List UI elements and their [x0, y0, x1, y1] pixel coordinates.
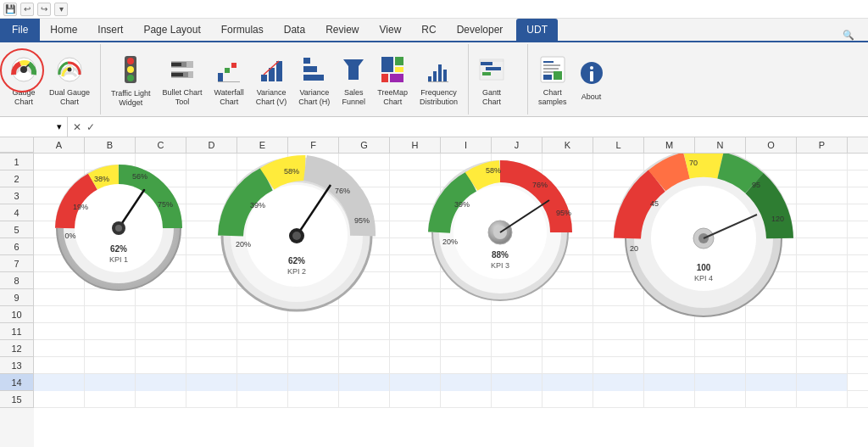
- cell-C7[interactable]: [136, 255, 186, 272]
- cell-P14[interactable]: [797, 374, 848, 391]
- traffic-light-button[interactable]: Traffic LightWidget: [106, 53, 156, 110]
- cell-B8[interactable]: [85, 272, 136, 289]
- cell-G9[interactable]: [339, 289, 390, 306]
- cell-H13[interactable]: [390, 357, 441, 374]
- cell-O4[interactable]: [746, 204, 797, 221]
- cell-H3[interactable]: [390, 187, 441, 204]
- cell-J4[interactable]: [492, 204, 542, 221]
- cell-C8[interactable]: [136, 272, 186, 289]
- cell-J12[interactable]: [492, 340, 542, 357]
- tab-formulas[interactable]: Formulas: [211, 19, 274, 41]
- row-8[interactable]: 8: [0, 272, 34, 289]
- cell-H8[interactable]: [390, 272, 441, 289]
- cell-M11[interactable]: [644, 323, 695, 340]
- cell-P7[interactable]: [797, 255, 848, 272]
- cell-M10[interactable]: [644, 306, 695, 323]
- cell-E12[interactable]: [237, 340, 288, 357]
- cell-D11[interactable]: [186, 323, 237, 340]
- col-header-g[interactable]: G: [339, 137, 390, 153]
- cell-P1[interactable]: [797, 154, 848, 170]
- cell-L9[interactable]: [593, 289, 644, 306]
- cell-C11[interactable]: [136, 323, 186, 340]
- cell-K4[interactable]: [542, 204, 593, 221]
- cell-D14[interactable]: [186, 374, 237, 391]
- col-header-b[interactable]: B: [85, 137, 136, 153]
- cell-O9[interactable]: [746, 289, 797, 306]
- save-button[interactable]: 💾: [3, 3, 17, 16]
- cell-L14[interactable]: [593, 374, 644, 391]
- tell-me-box[interactable]: 🔍: [834, 30, 868, 41]
- cell-C5[interactable]: [136, 221, 186, 238]
- sales-funnel-button[interactable]: SalesFunnel: [337, 53, 370, 109]
- cell-I2[interactable]: [441, 170, 492, 187]
- cell-E11[interactable]: [237, 323, 288, 340]
- cell-A10[interactable]: [34, 306, 85, 323]
- dual-gauge-button[interactable]: Dual GaugeChart: [44, 53, 95, 109]
- cell-I1[interactable]: [441, 154, 492, 170]
- cell-M14[interactable]: [644, 374, 695, 391]
- cell-N1[interactable]: [695, 154, 746, 170]
- cell-J14[interactable]: [492, 374, 542, 391]
- cell-C14[interactable]: [136, 374, 186, 391]
- cell-A11[interactable]: [34, 323, 85, 340]
- cell-E2[interactable]: [237, 170, 288, 187]
- formula-cancel[interactable]: ✕: [73, 121, 81, 133]
- cell-A6[interactable]: [34, 238, 85, 255]
- cell-I12[interactable]: [441, 340, 492, 357]
- cell-C4[interactable]: [136, 204, 186, 221]
- cell-H7[interactable]: [390, 255, 441, 272]
- cell-M12[interactable]: [644, 340, 695, 357]
- cell-K2[interactable]: [542, 170, 593, 187]
- row-10[interactable]: 10: [0, 306, 34, 323]
- cell-P8[interactable]: [797, 272, 848, 289]
- cell-B6[interactable]: [85, 238, 136, 255]
- cell-N9[interactable]: [695, 289, 746, 306]
- cell-H5[interactable]: [390, 221, 441, 238]
- cell-P10[interactable]: [797, 306, 848, 323]
- cell-L11[interactable]: [593, 323, 644, 340]
- cell-D10[interactable]: [186, 306, 237, 323]
- cell-H2[interactable]: [390, 170, 441, 187]
- cell-F11[interactable]: [288, 323, 339, 340]
- tab-data[interactable]: Data: [274, 19, 315, 41]
- cell-D15[interactable]: [186, 391, 237, 408]
- quick-access-customize[interactable]: ▾: [54, 3, 68, 16]
- cell-L4[interactable]: [593, 204, 644, 221]
- cell-L10[interactable]: [593, 306, 644, 323]
- cell-E6[interactable]: [237, 238, 288, 255]
- cell-G2[interactable]: [339, 170, 390, 187]
- cell-G4[interactable]: [339, 204, 390, 221]
- cell-O14[interactable]: [746, 374, 797, 391]
- cell-H12[interactable]: [390, 340, 441, 357]
- cell-B13[interactable]: [85, 357, 136, 374]
- cell-D4[interactable]: [186, 204, 237, 221]
- cell-B3[interactable]: [85, 187, 136, 204]
- cell-M8[interactable]: [644, 272, 695, 289]
- cell-M4[interactable]: [644, 204, 695, 221]
- cell-O3[interactable]: [746, 187, 797, 204]
- cell-I8[interactable]: [441, 272, 492, 289]
- cell-D9[interactable]: [186, 289, 237, 306]
- cell-H15[interactable]: [390, 391, 441, 408]
- cell-I7[interactable]: [441, 255, 492, 272]
- cell-D6[interactable]: [186, 238, 237, 255]
- cell-B5[interactable]: [85, 221, 136, 238]
- cell-P13[interactable]: [797, 357, 848, 374]
- cell-N4[interactable]: [695, 204, 746, 221]
- bullet-chart-button[interactable]: Bullet ChartTool: [158, 53, 208, 109]
- cell-P9[interactable]: [797, 289, 848, 306]
- cell-O2[interactable]: [746, 170, 797, 187]
- cell-H9[interactable]: [390, 289, 441, 306]
- cell-L3[interactable]: [593, 187, 644, 204]
- row-1[interactable]: 1: [0, 154, 34, 170]
- col-header-h[interactable]: H: [390, 137, 441, 153]
- cell-G1[interactable]: [339, 154, 390, 170]
- cell-B2[interactable]: [85, 170, 136, 187]
- col-header-d[interactable]: D: [186, 137, 237, 153]
- col-header-l[interactable]: L: [593, 137, 644, 153]
- cell-K13[interactable]: [542, 357, 593, 374]
- cell-G13[interactable]: [339, 357, 390, 374]
- cell-I6[interactable]: [441, 238, 492, 255]
- formula-input[interactable]: [105, 122, 868, 132]
- cell-D5[interactable]: [186, 221, 237, 238]
